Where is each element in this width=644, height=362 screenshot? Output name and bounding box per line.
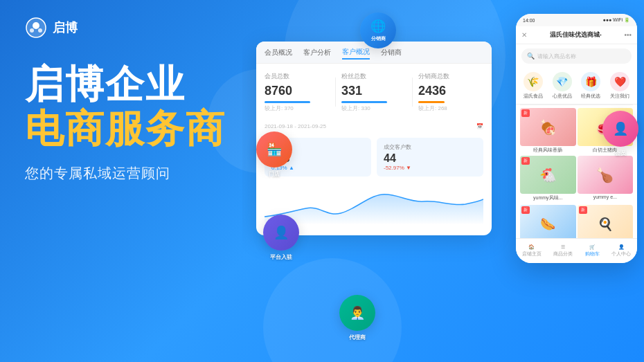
stat-fans-bar [341,101,387,103]
phone-store-header: ✕ 温氏佳味优选商城- ••• [516,26,637,44]
stat-dist-label: 分销商总数 [418,72,483,81]
mid-stat-orders: 成交客户数 44 -52.97% ▼ [377,138,483,177]
stat-divider-2 [412,78,413,107]
stat-divider-1 [335,78,336,107]
stat-fans-label: 粉丝总数 [341,72,406,81]
cat-item-1[interactable]: 💎 心意优品 [553,72,572,100]
header: 启博 [25,17,78,39]
product-label-2: yummy风味... [520,194,576,202]
phone-bottom-nav: 🏠 店铺主页 ☰ 商品分类 🛒 购物车 👤 个人中心 [516,238,637,263]
stat-distributor-total: 分销商总数 2436 较上月: 268 [418,72,483,112]
product-tag-new-2: 新 [521,157,530,165]
stat-dist-value: 2436 [418,84,483,98]
dashboard-stats-row: 会员总数 8760 较上月: 370 粉丝总数 331 较上月: 330 分销商… [256,64,492,120]
badge-platform: 👤 平台入驻 [263,215,299,261]
product-img-4: 新 🌭 [520,205,576,243]
logo-icon [25,17,47,39]
phone-search-bar[interactable]: 🔍 请输入商品名称 [521,48,632,64]
agent-icon: 👨‍💼 [350,305,365,320]
hero-subtitle: 您的专属私域运营顾问 [25,164,226,183]
nav-store[interactable]: 🏠 店铺主页 [522,244,542,257]
stat-fans-sub: 较上月: 330 [341,105,406,112]
hero-title-line1: 启博企业 [25,62,226,107]
stat-dist-bar [418,101,445,103]
hero-content: 启博企业 电商服务商 您的专属私域运营顾问 [25,62,226,183]
dashboard-date-row: 2021-09-18 - 2021-09-25 📅 [256,120,492,132]
cat-icon-gift: 💎 [553,72,572,91]
product-label-3: yummy e... [578,194,634,200]
svg-point-1 [33,22,39,29]
cat-item-3[interactable]: ❤️ 关注我们 [610,72,629,100]
cat-item-2[interactable]: 🎁 经典优选 [581,72,600,100]
product-img-5: 新 🍳 [578,205,634,243]
date-range: 2021-09-18 - 2021-09-25 [265,123,326,129]
cat-icon-classic: 🎁 [581,72,600,91]
nav-profile[interactable]: 👤 个人中心 [611,244,631,257]
cat-label-gift: 心意优品 [553,93,572,100]
store-icon: 🏪 [267,142,282,157]
phone-store-name: 温氏佳味优选商城- [527,30,624,39]
cat-item-0[interactable]: 🌾 温氏食品 [524,72,543,100]
svg-point-2 [30,28,34,33]
badge-agent: 👨‍💼 代理商 [339,295,375,341]
cat-label-follow: 关注我们 [610,93,629,100]
svg-point-3 [38,28,42,33]
distributor-icon: 🌐 [370,19,386,34]
stat-dist-sub: 较上月: 268 [418,105,483,112]
right-content-area: 会员概况 客户分析 客户概况 分销商 会员总数 8760 较上月: 370 粉丝… [242,0,644,362]
agent-badge-label: 代理商 [349,334,366,341]
product-img-0: 新 🍖 [520,108,576,146]
cart-nav-icon: 🛒 [589,244,596,250]
badge-agent-circle: 👨‍💼 [339,295,375,331]
badge-store: 🏪 门店 [256,132,292,178]
store-badge-label: 门店 [269,170,280,178]
stat-member-total: 会员总数 8760 较上月: 370 [265,72,330,112]
badge-distributor-circle: 🌐 分销商 [360,12,396,48]
category-icons-row: 🌾 温氏食品 💎 心意优品 🎁 经典优选 ❤️ 关注我们 [516,68,637,105]
mid-stat-order-value: 44 [384,152,476,165]
stat-member-value: 8760 [265,84,330,98]
tab-member-overview[interactable]: 会员概况 [265,46,292,59]
platform-badge-label: 平台入驻 [270,253,292,261]
date-picker-icon[interactable]: 📅 [476,123,483,129]
badge-platform-circle: 👤 [263,215,299,251]
product-0[interactable]: 新 🍖 经典风味香肠 [520,108,576,154]
product-img-2: 新 🐔 [520,156,576,194]
stat-member-sub: 较上月: 370 [265,105,330,112]
nav-category[interactable]: ☰ 商品分类 [553,244,573,257]
phone-search-placeholder: 请输入商品名称 [537,53,576,60]
cat-label-classic: 经典优选 [581,93,600,100]
hero-title-line2: 电商服务商 [25,107,226,151]
member-badge-label: 会员 [615,150,626,157]
product-tag-new: 新 [521,109,530,117]
product-3[interactable]: 🍗 yummy e... [578,156,634,202]
member-icon: 👤 [613,121,628,136]
badge-distributor: 🌐 分销商 [360,12,396,48]
phone-time: 14:00 [523,18,535,23]
stat-fans-total: 粉丝总数 331 较上月: 330 [341,72,406,112]
product-label-0: 经典风味香肠 [520,146,576,154]
nav-cart[interactable]: 🛒 购物车 [585,244,600,257]
category-nav-icon: ☰ [561,244,565,250]
back-icon[interactable]: ✕ [521,31,527,39]
stat-fans-value: 331 [341,84,406,98]
cat-label-food: 温氏食品 [524,93,543,100]
store-nav-icon: 🏠 [528,244,535,250]
product-2[interactable]: 新 🐔 yummy风味... [520,156,576,202]
badge-member-circle: 👤 [602,111,638,147]
store-nav-label: 店铺主页 [522,251,542,257]
tab-customer-analysis[interactable]: 客户分析 [303,46,331,59]
phone-status-bar: 14:00 ●●● WiFi 🔋 [516,14,637,26]
phone-signal: ●●● WiFi 🔋 [602,17,630,23]
profile-nav-label: 个人中心 [611,251,631,257]
mid-stat-order-sub: -52.97% ▼ [384,165,476,171]
cart-nav-label: 购物车 [585,251,600,257]
logo-text: 启博 [53,19,78,36]
stat-member-bar [265,101,310,103]
search-icon: 🔍 [527,53,535,60]
stat-member-label: 会员总数 [265,72,330,81]
cat-icon-follow: ❤️ [610,72,629,91]
mid-stat-order-label: 成交客户数 [384,143,476,151]
cat-icon-food: 🌾 [524,72,543,91]
more-icon[interactable]: ••• [624,31,632,39]
